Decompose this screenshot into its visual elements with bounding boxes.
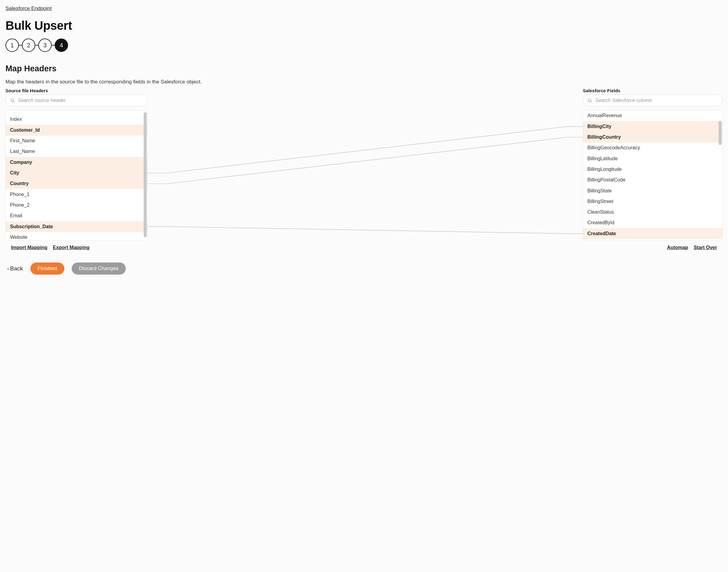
source-search[interactable] — [5, 94, 147, 106]
source-header-item[interactable]: Subscription_Date — [6, 221, 147, 232]
source-headers-label: Source file Headers — [5, 88, 147, 93]
salesforce-field-item[interactable]: AnnualRevenue — [583, 111, 722, 121]
svg-line-1 — [13, 101, 14, 102]
finished-button[interactable]: Finished — [31, 263, 64, 275]
source-header-item[interactable]: City — [6, 168, 147, 178]
salesforce-field-item[interactable]: BillingGeocodeAccuracy — [583, 143, 722, 153]
salesforce-fields-label: Salesforce Fields — [583, 88, 723, 93]
section-title: Map Headers — [5, 64, 723, 73]
step-connector — [35, 45, 38, 46]
import-mapping-link[interactable]: Import Mapping — [11, 245, 47, 251]
chevron-left-icon: ‹ — [7, 266, 9, 271]
search-icon — [10, 98, 15, 103]
scrollbar[interactable] — [719, 112, 722, 239]
step-3[interactable]: 3 — [38, 39, 52, 52]
salesforce-field-item[interactable]: BillingCity — [583, 121, 722, 132]
back-button[interactable]: ‹ Back — [7, 265, 23, 272]
step-connector — [19, 45, 22, 46]
start-over-link[interactable]: Start Over — [694, 245, 717, 251]
salesforce-field-item[interactable]: BillingLongitude — [583, 164, 722, 174]
step-4[interactable]: 4 — [55, 39, 68, 52]
source-header-item[interactable]: Company — [6, 157, 147, 167]
salesforce-field-item[interactable]: CreatedDate — [583, 228, 722, 239]
salesforce-search[interactable] — [583, 94, 723, 106]
svg-point-2 — [588, 99, 591, 102]
svg-point-0 — [11, 99, 14, 102]
scrollbar[interactable] — [144, 112, 147, 239]
salesforce-field-item[interactable]: BillingState — [583, 186, 722, 196]
page-title: Bulk Upsert — [5, 19, 723, 32]
source-header-item[interactable]: Phone_2 — [6, 200, 147, 210]
step-1[interactable]: 1 — [5, 39, 19, 52]
source-header-item[interactable]: Email — [6, 211, 147, 221]
source-header-item[interactable]: Index — [6, 111, 147, 125]
automap-link[interactable]: Automap — [667, 245, 688, 251]
source-search-input[interactable] — [18, 98, 143, 103]
search-icon — [587, 98, 592, 103]
source-header-item[interactable]: Phone_1 — [6, 189, 147, 200]
step-2[interactable]: 2 — [22, 39, 35, 52]
scrollbar-thumb[interactable] — [144, 112, 147, 237]
source-header-item[interactable]: Country — [6, 178, 147, 189]
salesforce-field-item[interactable]: BillingLatitude — [583, 153, 722, 164]
salesforce-field-item[interactable]: BillingStreet — [583, 196, 722, 207]
salesforce-field-item[interactable]: CreatedById — [583, 218, 722, 228]
salesforce-search-input[interactable] — [595, 98, 718, 103]
source-header-item[interactable]: Customer_Id — [6, 125, 147, 135]
step-connector — [52, 45, 55, 46]
svg-line-3 — [591, 101, 592, 102]
discard-changes-button[interactable]: Discard Changes — [72, 263, 126, 275]
salesforce-field-item[interactable]: CleanStatus — [583, 207, 722, 218]
source-headers-list[interactable]: IndexCustomer_IdFirst_NameLast_NameCompa… — [5, 110, 147, 241]
salesforce-field-item[interactable]: BillingCountry — [583, 132, 722, 143]
source-header-item[interactable]: First_Name — [6, 136, 147, 146]
salesforce-fields-list[interactable]: AnnualRevenueBillingCityBillingCountryBi… — [583, 110, 723, 241]
section-description: Map the headers in the source file to th… — [5, 79, 723, 85]
back-button-label: Back — [10, 265, 23, 272]
scrollbar-thumb[interactable] — [719, 121, 722, 145]
source-header-item[interactable]: Website — [6, 232, 147, 240]
export-mapping-link[interactable]: Export Mapping — [53, 245, 89, 251]
breadcrumb-link[interactable]: Salesforce Endpoint — [5, 5, 52, 11]
salesforce-field-item[interactable]: BillingPostalCode — [583, 175, 722, 186]
source-header-item[interactable]: Last_Name — [6, 146, 147, 157]
stepper: 1 2 3 4 — [5, 39, 723, 52]
